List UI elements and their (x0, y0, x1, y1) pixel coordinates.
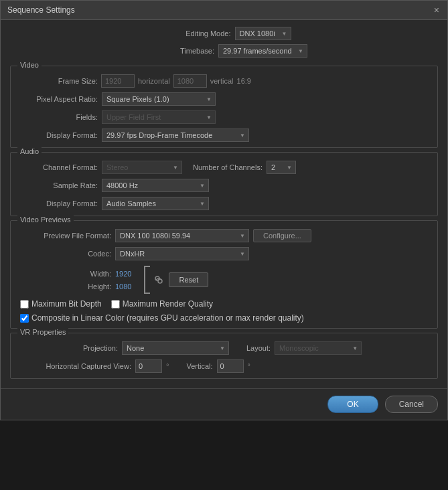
vr-vertical-input[interactable] (217, 359, 244, 373)
frame-size-row: Frame Size: horizontal vertical 16:9 (17, 74, 431, 88)
width-label: Width: (17, 270, 111, 278)
dialog-body: Editing Mode: DNX 1080i Timebase: 29.97 … (1, 20, 447, 386)
vr-properties-section: VR Properties Projection: None Layout: M… (10, 333, 438, 379)
audio-display-format-select[interactable]: Audio Samples (102, 197, 209, 210)
pixel-aspect-ratio-select[interactable]: Square Pixels (1.0) (102, 92, 216, 106)
ok-button[interactable]: OK (327, 396, 378, 413)
checkboxes-row: Maximum Bit Depth Maximum Render Quality (17, 299, 431, 309)
fields-row: Fields: Upper Field First (17, 110, 431, 124)
max-render-quality-item: Maximum Render Quality (111, 299, 213, 309)
pixel-aspect-ratio-row: Pixel Aspect Ratio: Square Pixels (1.0) (17, 92, 431, 106)
vr-section-content: Projection: None Layout: Monoscopic (17, 341, 431, 373)
close-button[interactable]: × (433, 5, 441, 15)
fields-select[interactable]: Upper Field First (102, 110, 216, 124)
video-previews-section: Video Previews Preview File Format: DNX … (10, 220, 438, 329)
video-display-format-label: Display Format: (17, 131, 98, 139)
fields-select-wrapper: Upper Field First (102, 110, 216, 124)
bracket-icon (141, 265, 153, 295)
preview-file-format-row: Preview File Format: DNX 100 1080i 59.94… (17, 229, 431, 242)
video-display-format-select-wrapper: 29.97 fps Drop-Frame Timecode (102, 129, 249, 142)
max-bit-depth-item: Maximum Bit Depth (20, 299, 102, 309)
video-section-title: Video (17, 61, 42, 69)
num-channels-select-wrapper: 2 (267, 161, 296, 174)
vertical-degree: ° (248, 362, 250, 370)
link-icon (154, 275, 163, 284)
preview-file-format-label: Preview File Format: (17, 232, 111, 240)
title-bar: Sequence Settings × (1, 1, 447, 20)
max-bit-depth-checkbox[interactable] (20, 300, 29, 309)
dialog-title: Sequence Settings (7, 5, 75, 15)
width-value[interactable]: 1920 (115, 270, 131, 278)
channel-format-select-wrapper: Stereo (102, 161, 182, 174)
svg-point-1 (158, 279, 162, 283)
audio-section: Audio Channel Format: Stereo Number of C… (10, 152, 438, 216)
video-display-format-select[interactable]: 29.97 fps Drop-Frame Timecode (102, 129, 249, 142)
timebase-label: Timebase: (141, 47, 214, 55)
codec-row: Codec: DNxHR (17, 247, 431, 260)
pixel-aspect-ratio-select-wrapper: Square Pixels (1.0) (102, 92, 216, 106)
sample-rate-row: Sample Rate: 48000 Hz (17, 179, 431, 192)
vr-horizontal-input[interactable] (135, 359, 162, 373)
vr-section-title: VR Properties (17, 328, 68, 336)
vertical-text: vertical (210, 77, 234, 85)
video-section: Video Frame Size: horizontal vertical 16… (10, 66, 438, 148)
preview-file-format-select-wrapper: DNX 100 1080i 59.94 (115, 229, 249, 242)
vr-layout-select-wrapper: Monoscopic (275, 341, 362, 355)
vr-horizontal-row: Horizontal Captured View: ° Vertical: ° (17, 359, 431, 373)
width-height-rows: Width: 1920 Height: 1080 (17, 270, 131, 291)
frame-size-label: Frame Size: (17, 77, 98, 85)
max-render-quality-checkbox[interactable] (111, 300, 120, 309)
preview-file-format-select[interactable]: DNX 100 1080i 59.94 (115, 229, 249, 242)
channel-format-select[interactable]: Stereo (102, 161, 182, 174)
timebase-select-wrapper: 29.97 frames/second (218, 44, 307, 58)
audio-display-format-label: Display Format: (17, 199, 98, 208)
audio-section-title: Audio (17, 147, 42, 155)
aspect-ratio: 16:9 (237, 77, 251, 85)
dialog-footer: OK Cancel (1, 388, 447, 420)
vr-projection-select[interactable]: None (122, 341, 229, 355)
editing-mode-select[interactable]: DNX 1080i (235, 27, 291, 40)
timebase-select[interactable]: 29.97 frames/second (218, 44, 307, 58)
configure-button[interactable]: Configure... (253, 229, 311, 242)
frame-width-input[interactable] (101, 74, 135, 88)
video-previews-content: Preview File Format: DNX 100 1080i 59.94… (17, 229, 431, 323)
pixel-aspect-ratio-label: Pixel Aspect Ratio: (17, 95, 98, 103)
codec-select[interactable]: DNxHR (115, 247, 249, 260)
video-section-content: Frame Size: horizontal vertical 16:9 Pix… (17, 74, 431, 142)
bracket-area (141, 265, 163, 295)
height-row: Height: 1080 (17, 282, 131, 291)
audio-display-format-select-wrapper: Audio Samples (102, 197, 209, 210)
frame-height-input[interactable] (173, 74, 207, 88)
vr-projection-select-wrapper: None (122, 341, 229, 355)
vr-horizontal-label: Horizontal Captured View: (17, 362, 131, 370)
sample-rate-select-wrapper: 48000 Hz (102, 179, 209, 192)
composite-checkbox[interactable] (20, 314, 29, 323)
audio-display-format-row: Display Format: Audio Samples (17, 197, 431, 210)
height-value[interactable]: 1080 (115, 282, 131, 291)
audio-channel-row: Channel Format: Stereo Number of Channel… (17, 161, 431, 174)
num-channels-label: Number of Channels: (193, 163, 263, 171)
max-render-quality-label: Maximum Render Quality (123, 299, 213, 309)
width-row: Width: 1920 (17, 270, 131, 278)
editing-mode-row: Editing Mode: DNX 1080i Timebase: 29.97 … (10, 27, 438, 62)
horizontal-label: horizontal (138, 77, 170, 85)
vr-layout-select[interactable]: Monoscopic (275, 341, 362, 355)
video-display-format-row: Display Format: 29.97 fps Drop-Frame Tim… (17, 129, 431, 142)
channel-format-label: Channel Format: (17, 163, 98, 171)
sample-rate-select[interactable]: 48000 Hz (102, 179, 209, 192)
vr-projection-label: Projection: (17, 344, 118, 352)
max-bit-depth-label: Maximum Bit Depth (31, 299, 102, 309)
reset-button[interactable]: Reset (169, 272, 208, 287)
vr-projection-row: Projection: None Layout: Monoscopic (17, 341, 431, 355)
cancel-button[interactable]: Cancel (385, 396, 438, 413)
width-height-area: Width: 1920 Height: 1080 (17, 265, 431, 295)
vr-layout-label: Layout: (246, 344, 271, 352)
sample-rate-label: Sample Rate: (17, 181, 98, 189)
editing-mode-label: Editing Mode: (157, 29, 231, 37)
fields-label: Fields: (17, 113, 98, 121)
codec-label: Codec: (17, 250, 111, 258)
editing-mode-select-wrapper: DNX 1080i (235, 27, 291, 40)
composite-label: Composite in Linear Color (requires GPU … (31, 313, 304, 323)
num-channels-select[interactable]: 2 (267, 161, 296, 174)
height-label: Height: (17, 282, 111, 291)
